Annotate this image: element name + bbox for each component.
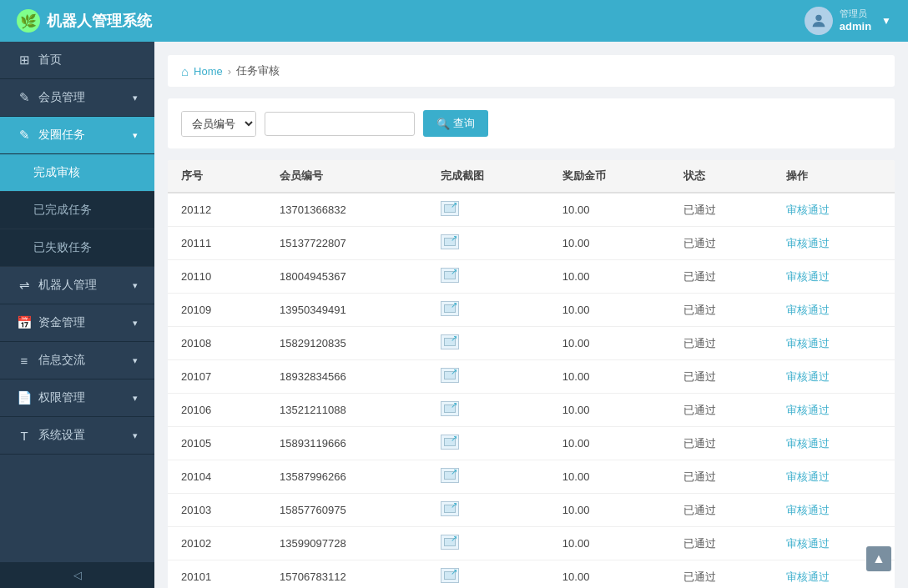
permission-arrow: ▾ (133, 393, 138, 404)
screenshot-image-icon[interactable] (441, 401, 459, 416)
sidebar-item-finance[interactable]: 📅 资金管理 ▾ (0, 304, 154, 342)
screenshot-image-icon[interactable] (441, 568, 459, 583)
home-icon: ⊞ (17, 53, 32, 68)
cell-screenshot[interactable] (427, 394, 549, 427)
breadcrumb-home-icon: ⌂ (181, 64, 189, 78)
cell-screenshot[interactable] (427, 460, 549, 494)
action-link[interactable]: 审核通过 (786, 337, 830, 349)
permission-icon: 📄 (17, 390, 32, 405)
cell-screenshot[interactable] (427, 193, 549, 227)
sidebar-item-robot[interactable]: ⇌ 机器人管理 ▾ (0, 267, 154, 304)
action-link[interactable]: 审核通过 (786, 237, 830, 249)
screenshot-image-icon[interactable] (441, 234, 459, 249)
cell-screenshot[interactable] (427, 560, 549, 589)
cell-reward: 10.00 (549, 560, 671, 589)
action-link[interactable]: 审核通过 (786, 504, 830, 516)
cell-screenshot[interactable] (427, 227, 549, 260)
cell-screenshot[interactable] (427, 360, 549, 394)
message-arrow: ▾ (133, 355, 138, 366)
user-info: 管理员 admin (840, 8, 871, 33)
cell-screenshot[interactable] (427, 427, 549, 460)
robot-icon: ⇌ (17, 278, 32, 293)
sidebar-item-completed-task[interactable]: 已完成任务 (0, 192, 154, 229)
cell-status: 已通过 (670, 294, 773, 327)
filter-btn-label: 查询 (453, 116, 475, 131)
cell-screenshot[interactable] (427, 294, 549, 327)
main-content: ⌂ Home › 任务审核 会员编号 🔍 查询 序号 (154, 42, 908, 588)
user-role: 管理员 (840, 8, 871, 19)
screenshot-image-icon[interactable] (441, 301, 459, 316)
sidebar-label-permission: 权限管理 (38, 390, 126, 405)
cell-action: 审核通过 (773, 193, 895, 227)
sidebar-item-home[interactable]: ⊞ 首页 (0, 42, 154, 79)
sidebar-item-permission[interactable]: 📄 权限管理 ▾ (0, 379, 154, 417)
sidebar-label-settings: 系统设置 (38, 428, 126, 443)
screenshot-image-icon[interactable] (441, 535, 459, 550)
action-link[interactable]: 审核通过 (786, 204, 830, 216)
cell-screenshot[interactable] (427, 327, 549, 360)
cell-id: 20112 (168, 193, 266, 227)
sidebar-label-home: 首页 (38, 53, 138, 68)
scroll-to-top-button[interactable]: ▲ (866, 546, 891, 571)
screenshot-image-icon[interactable] (441, 201, 459, 216)
cell-id: 20102 (168, 527, 266, 560)
message-icon: ≡ (17, 354, 32, 368)
action-link[interactable]: 审核通过 (786, 370, 830, 383)
action-link[interactable]: 审核通过 (786, 404, 830, 416)
action-link[interactable]: 审核通过 (786, 470, 830, 483)
table-row: 20105 15893119666 10.00 已通过 审核通过 (168, 427, 895, 460)
main-layout: ⊞ 首页 ✎ 会员管理 ▾ ✎ 发圈任务 ▾ 完成审核 已完成任务 已失败任务 … (0, 42, 908, 588)
filter-bar: 会员编号 🔍 查询 (168, 98, 895, 148)
user-menu[interactable]: 管理员 admin ▼ (805, 7, 891, 35)
collapse-icon: ◁ (73, 569, 82, 581)
sidebar-item-member[interactable]: ✎ 会员管理 ▾ (0, 79, 154, 117)
sidebar-label-completed-review: 完成审核 (33, 165, 138, 180)
cell-status: 已通过 (670, 193, 773, 227)
screenshot-image-icon[interactable] (441, 368, 459, 383)
sidebar-item-failed-task[interactable]: 已失败任务 (0, 229, 154, 267)
sidebar-label-task: 发圈任务 (38, 128, 126, 143)
data-table-wrap: 序号 会员编号 完成截图 奖励金币 状态 操作 20112 1370136683… (168, 160, 895, 588)
cell-screenshot[interactable] (427, 260, 549, 294)
sidebar-collapse-button[interactable]: ◁ (0, 562, 154, 588)
table-row: 20101 15706783112 10.00 已通过 审核通过 (168, 560, 895, 589)
sidebar-item-message[interactable]: ≡ 信息交流 ▾ (0, 342, 154, 379)
cell-id: 20108 (168, 327, 266, 360)
screenshot-image-icon[interactable] (441, 501, 459, 516)
logo-icon: 🌿 (17, 9, 40, 33)
cell-action: 审核通过 (773, 427, 895, 460)
table-row: 20109 13950349491 10.00 已通过 审核通过 (168, 294, 895, 327)
breadcrumb-home-link[interactable]: Home (194, 65, 223, 78)
cell-status: 已通过 (670, 494, 773, 527)
filter-input[interactable] (265, 112, 415, 136)
screenshot-image-icon[interactable] (441, 468, 459, 483)
cell-status: 已通过 (670, 560, 773, 589)
filter-select[interactable]: 会员编号 (182, 112, 255, 136)
screenshot-image-icon[interactable] (441, 334, 459, 349)
cell-member: 18004945367 (266, 260, 427, 294)
cell-action: 审核通过 (773, 327, 895, 360)
cell-reward: 10.00 (549, 327, 671, 360)
action-link[interactable]: 审核通过 (786, 570, 830, 583)
cell-reward: 10.00 (549, 427, 671, 460)
cell-screenshot[interactable] (427, 494, 549, 527)
table-row: 20102 13599097728 10.00 已通过 审核通过 (168, 527, 895, 560)
cell-screenshot[interactable] (427, 527, 549, 560)
sidebar-item-task[interactable]: ✎ 发圈任务 ▾ (0, 117, 154, 154)
cell-status: 已通过 (670, 360, 773, 394)
action-link[interactable]: 审核通过 (786, 270, 830, 283)
user-dropdown-arrow[interactable]: ▼ (881, 15, 891, 27)
breadcrumb: ⌂ Home › 任务审核 (168, 55, 895, 87)
search-icon: 🔍 (436, 118, 450, 130)
filter-query-button[interactable]: 🔍 查询 (423, 110, 488, 137)
cell-action: 审核通过 (773, 494, 895, 527)
action-link[interactable]: 审核通过 (786, 304, 830, 316)
sidebar-item-settings[interactable]: T 系统设置 ▾ (0, 417, 154, 455)
screenshot-image-icon[interactable] (441, 268, 459, 283)
sidebar-item-completed-review[interactable]: 完成审核 (0, 154, 154, 192)
screenshot-image-icon[interactable] (441, 435, 459, 450)
action-link[interactable]: 审核通过 (786, 537, 830, 550)
cell-action: 审核通过 (773, 294, 895, 327)
user-avatar (805, 7, 833, 35)
action-link[interactable]: 审核通过 (786, 437, 830, 450)
